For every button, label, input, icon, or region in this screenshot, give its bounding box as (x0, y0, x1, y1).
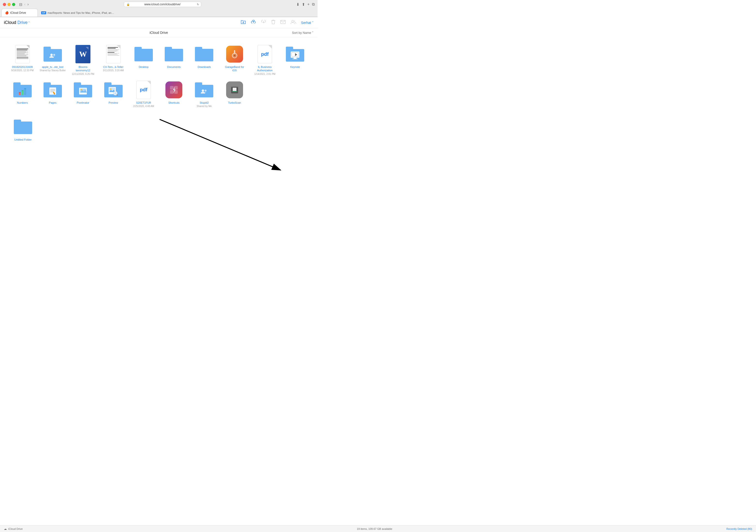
file-icon-folder (134, 44, 153, 64)
file-item-pixelmator[interactable]: Pixelmator (68, 78, 98, 110)
address-bar[interactable]: 🔒 www.icloud.com/iclouddrive/ ↻ (124, 2, 201, 7)
file-item-numbers[interactable]: Numbers (7, 78, 38, 110)
file-icon-keynote-folder (285, 44, 305, 64)
file-icon-shared-folder (43, 44, 62, 64)
user-button[interactable]: Serhat ˅ (301, 21, 314, 25)
toolbar-icons (241, 19, 296, 26)
new-tab-icon[interactable]: + (308, 2, 310, 7)
content-title: iCloud Drive (149, 31, 168, 35)
forward-icon[interactable]: › (27, 2, 29, 7)
file-meta: 12/11/2020, 6:25 PM (72, 73, 94, 75)
file-item-shortcuts[interactable]: Shortcuts (159, 78, 189, 110)
upload-cloud-icon[interactable] (251, 20, 256, 25)
nav-buttons: ⊟ ‹ › (19, 2, 29, 7)
file-icon-pdf2: pdf (134, 80, 153, 100)
file-icon-pixelmator-folder (73, 80, 93, 100)
file-icon-preview-folder (104, 80, 123, 100)
file-icon-document (13, 44, 32, 64)
tabs-bar: 🍎 iCloud Drive mR macReports: News and T… (0, 9, 317, 17)
svg-point-49 (202, 89, 204, 92)
file-meta: 1/14/2021, 2:01 PM (254, 73, 275, 75)
file-name: CV-Tem...k-Teller (103, 65, 123, 69)
fullscreen-button[interactable] (12, 3, 15, 6)
svg-point-42 (114, 92, 117, 94)
file-name: GarageBand for iOS (224, 65, 246, 72)
file-icon-cv (104, 44, 123, 64)
file-item-pages[interactable]: Pages (38, 78, 68, 110)
file-item-il-business[interactable]: pdf IL Business Authorization 1/14/2021,… (250, 42, 280, 78)
close-button[interactable] (3, 3, 6, 6)
file-item-09182020131609[interactable]: 09182020131609 9/18/2020, 12:33 PM (7, 42, 38, 78)
file-item-blooms[interactable]: W Blooms taxonomy12 12/11/2020, 6:25 PM (68, 42, 98, 78)
user-label: Serhat (301, 21, 311, 25)
file-item-apple-tv[interactable]: apple_tv...ote_lost Shared by Stacey But… (38, 42, 68, 78)
svg-rect-4 (281, 20, 285, 24)
file-name: Pixelmator (77, 101, 89, 104)
new-folder-icon[interactable] (241, 20, 246, 25)
svg-rect-25 (21, 90, 23, 95)
file-name: TurboScan (228, 101, 241, 104)
file-name: Pages (49, 101, 56, 104)
svg-point-7 (53, 54, 55, 56)
file-icon-pdf: pdf (255, 44, 275, 64)
tab-icloud-drive[interactable]: 🍎 iCloud Drive (1, 9, 38, 17)
file-icon-untitled-folder (13, 117, 33, 137)
svg-rect-46 (170, 90, 174, 94)
file-name: 09182020131609 (12, 65, 33, 69)
svg-rect-20 (292, 59, 298, 59)
svg-rect-53 (233, 88, 236, 91)
file-meta: Shared by Stacey Butler (40, 69, 66, 72)
file-name: apple_tv...ote_lost (42, 65, 63, 69)
file-item-garageband[interactable]: GarageBand for iOS (219, 42, 250, 78)
download-item-icon[interactable] (261, 20, 266, 25)
tab-macreports[interactable]: mR macReports: News and Tips for Mac, iP… (38, 9, 119, 17)
file-icon-folder (164, 44, 183, 64)
file-name: Keynote (290, 65, 300, 69)
traffic-lights (3, 3, 15, 6)
svg-point-50 (204, 89, 206, 91)
share-icon[interactable]: ⬆ (302, 2, 305, 7)
file-name: Shortcuts (168, 101, 179, 104)
sort-button[interactable]: Sort by Name ˅ (292, 31, 314, 35)
file-name: Desktop (139, 65, 148, 69)
url-text: www.icloud.com/iclouddrive/ (144, 3, 181, 6)
email-icon[interactable] (280, 20, 285, 25)
file-item-stupid2[interactable]: Stupid2 Shared by Me (189, 78, 219, 110)
svg-line-43 (117, 95, 118, 96)
sidebar-toggle-icon[interactable]: ⊟ (19, 2, 22, 7)
svg-rect-24 (19, 92, 21, 95)
lock-icon: 🔒 (126, 3, 130, 6)
share-people-icon[interactable] (290, 20, 296, 25)
tabs-view-icon[interactable]: ⧉ (312, 2, 315, 7)
app-toolbar: iCloud Drive ˅ (0, 17, 317, 28)
svg-point-10 (234, 55, 235, 57)
file-item-s20et1fur[interactable]: pdf S20ET1FUR 2/25/2020, 4:48 AM (128, 78, 159, 110)
file-name: Stupid2 (200, 101, 209, 104)
file-item-untitled-folder[interactable]: Untitled Folder (7, 115, 39, 144)
file-item-documents[interactable]: Documents (159, 42, 189, 78)
back-icon[interactable]: ‹ (24, 2, 25, 7)
file-name: Documents (167, 65, 181, 69)
file-item-cv[interactable]: CV-Tem...k-Teller 3/11/2015, 3:20 AM (98, 42, 128, 78)
file-name: Blooms taxonomy12 (72, 65, 94, 72)
browser-toolbar-icons: ⬇ ⬆ + ⧉ (296, 2, 315, 7)
minimize-button[interactable] (8, 3, 11, 6)
sort-label: Sort by Name (292, 31, 311, 35)
file-item-keynote[interactable]: Keynote (280, 42, 310, 78)
drive-dropdown-icon[interactable]: ˅ (28, 21, 30, 25)
download-icon[interactable]: ⬇ (296, 2, 299, 7)
svg-rect-26 (24, 88, 26, 95)
tab1-favicon: 🍎 (5, 11, 9, 14)
file-item-turboscan[interactable]: TurboScan (219, 78, 250, 110)
user-dropdown-icon: ˅ (312, 21, 314, 25)
delete-icon[interactable] (271, 19, 276, 26)
file-item-preview[interactable]: Preview (98, 78, 128, 110)
icloud-drive-app: iCloud Drive ˅ (0, 17, 317, 177)
file-item-desktop[interactable]: Desktop (128, 42, 159, 78)
file-icon-stupid2-folder (195, 80, 214, 100)
app-title: iCloud Drive ˅ (4, 20, 30, 25)
svg-rect-11 (234, 50, 235, 51)
row3: Untitled Folder (0, 115, 317, 149)
refresh-icon[interactable]: ↻ (197, 3, 199, 6)
file-item-downloads[interactable]: Downloads (189, 42, 219, 78)
